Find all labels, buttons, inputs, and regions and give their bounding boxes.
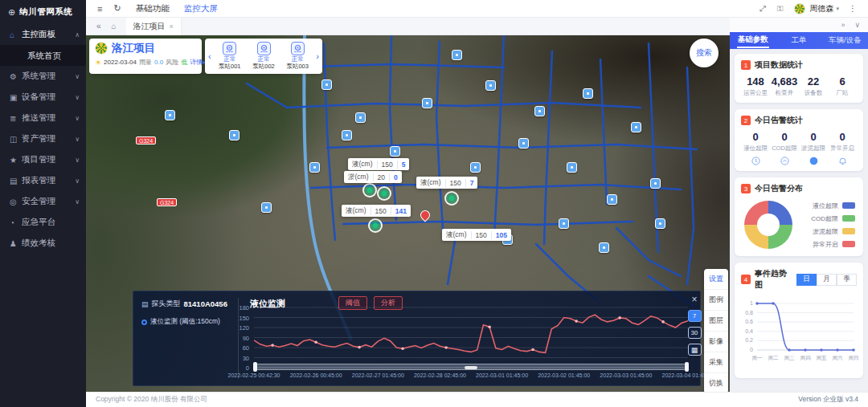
event-trend-chart: 00.20.40.60.81 周一周二周三周四周五周六周日 xyxy=(741,295,857,372)
pump-station-card[interactable]: 正常 泵站001 xyxy=(213,42,247,70)
collapse-panel-icon[interactable]: ∨ xyxy=(854,21,860,29)
manhole-marker[interactable] xyxy=(390,146,400,157)
map-tool-button[interactable]: 切换 xyxy=(704,373,728,392)
map-tool-button[interactable]: 图例 xyxy=(704,290,728,311)
pump-icon xyxy=(291,42,305,55)
calendar-icon[interactable]: ▦ xyxy=(688,344,702,356)
refresh-icon[interactable]: ↻ xyxy=(113,3,121,14)
map-tool-button[interactable]: 设置 xyxy=(704,269,728,290)
manhole-marker[interactable] xyxy=(655,218,665,229)
hamburger-icon[interactable]: ≡ xyxy=(97,4,102,14)
fullscreen-icon[interactable]: ⤢ xyxy=(760,4,766,14)
sensor-active-marker[interactable] xyxy=(377,186,391,201)
level-tooltip[interactable]: 液(cm)150141 xyxy=(342,205,411,217)
manhole-marker[interactable] xyxy=(321,79,332,90)
sensor-active-marker[interactable] xyxy=(444,191,459,206)
map-tool-button[interactable]: 影像 xyxy=(704,332,728,352)
alarm-stat-item: 0 液位超限 xyxy=(741,131,770,153)
manhole-marker[interactable] xyxy=(165,110,175,120)
period-button[interactable]: 月 xyxy=(817,274,837,286)
map-search-button[interactable]: 搜索 xyxy=(690,39,719,67)
right-panel-tab[interactable]: 车辆/设备 xyxy=(822,32,868,49)
pump-station-card[interactable]: 正常 泵站003 xyxy=(280,42,314,70)
manhole-marker[interactable] xyxy=(631,122,641,132)
manhole-marker[interactable] xyxy=(583,88,593,99)
slider-grip[interactable] xyxy=(465,366,477,369)
map-tool-button[interactable]: 采集 xyxy=(704,352,728,373)
clock-icon[interactable] xyxy=(741,157,770,165)
nav-basic-functions[interactable]: 基础功能 xyxy=(136,3,170,14)
sidebar-item-dashboard[interactable]: ⌂ 主控面板 ∧ xyxy=(0,24,86,45)
slider-handle-left[interactable] xyxy=(253,362,257,372)
map-canvas[interactable]: G324 G324 液(cm)1505 淤(cm)200 液(cm)1507 液… xyxy=(86,35,730,392)
range-30days-button[interactable]: 30 xyxy=(688,327,702,339)
close-icon[interactable]: × xyxy=(170,22,174,31)
alarm-bell-icon[interactable] xyxy=(828,157,857,165)
manhole-marker[interactable] xyxy=(607,194,617,205)
pump-icon xyxy=(223,42,236,55)
dot-icon[interactable] xyxy=(799,157,828,165)
expand-panel-icon[interactable]: » xyxy=(841,21,845,29)
tab-luojiang-project[interactable]: 洛江项目 × xyxy=(126,18,182,35)
manhole-marker[interactable] xyxy=(229,130,240,140)
sidebar-item[interactable]: ♟ 绩效考核 xyxy=(0,233,86,254)
level-tooltip[interactable]: 液(cm)150105 xyxy=(442,229,511,241)
sidebar-item[interactable]: ◔ 应急平台 xyxy=(0,212,86,233)
lock-icon[interactable]: ⚿ xyxy=(777,4,784,14)
level-monitor-radio[interactable]: 液位监测 (阈值:150cm) xyxy=(141,317,220,327)
manhole-marker[interactable] xyxy=(261,202,272,213)
sidebar-item[interactable]: ◫ 资产管理 ∨ xyxy=(0,128,86,149)
manhole-marker[interactable] xyxy=(650,178,661,189)
period-button[interactable]: 日 xyxy=(796,274,817,286)
silt-tooltip[interactable]: 淤(cm)200 xyxy=(344,171,402,183)
level-tooltip[interactable]: 液(cm)1507 xyxy=(416,177,477,189)
more-dots-icon[interactable]: ⋮ xyxy=(849,4,857,13)
nav-monitor-screen[interactable]: 监控大屏 xyxy=(184,3,218,14)
manhole-marker[interactable] xyxy=(422,98,432,108)
manhole-marker[interactable] xyxy=(342,130,352,140)
right-panel-tabs: 基础参数 工单 车辆/设备 xyxy=(730,32,868,49)
manhole-marker[interactable] xyxy=(470,162,481,173)
manhole-marker[interactable] xyxy=(567,162,577,173)
sidebar-subitem-home[interactable]: 系统首页 xyxy=(0,45,86,66)
right-panel-tab[interactable]: 工单 xyxy=(776,32,821,49)
sidebar-item[interactable]: ⚙ 系统管理 ∨ xyxy=(0,66,86,87)
home-icon[interactable]: ⌂ xyxy=(112,22,117,31)
manhole-marker[interactable] xyxy=(355,112,366,123)
chevron-left-icon[interactable]: ‹ xyxy=(207,51,213,61)
sidebar-item[interactable]: ◎ 安全管理 ∨ xyxy=(0,191,86,212)
manhole-marker[interactable] xyxy=(485,80,496,91)
sidebar-item[interactable]: ▣ 设备管理 ∨ xyxy=(0,87,86,108)
manhole-marker[interactable] xyxy=(309,162,320,173)
gauge-icon[interactable] xyxy=(770,157,799,165)
manhole-marker[interactable] xyxy=(518,138,529,149)
period-button[interactable]: 季 xyxy=(837,274,857,286)
pump-station-card[interactable]: 正常 泵站002 xyxy=(247,42,280,70)
datazoom-slider[interactable] xyxy=(254,364,688,370)
close-icon[interactable]: × xyxy=(691,294,697,305)
level-tooltip[interactable]: 液(cm)1505 xyxy=(348,158,409,170)
sensor-active-marker[interactable] xyxy=(362,183,377,197)
sidebar-item[interactable]: ▤ 报表管理 ∨ xyxy=(0,170,86,191)
manhole-marker[interactable] xyxy=(559,218,569,229)
map-tool-button[interactable]: 图层 xyxy=(704,311,728,332)
right-panel-tab[interactable]: 基础参数 xyxy=(730,32,776,49)
copyright-text: Copyright © 2020 纳川股份 有限公司 xyxy=(96,395,207,405)
detail-link[interactable]: 详情▸ xyxy=(190,58,206,67)
sensor-active-marker[interactable] xyxy=(368,218,383,233)
radio-icon xyxy=(141,319,147,325)
app-title: 纳川管网系统 xyxy=(19,6,72,18)
chevron-right-icon[interactable]: › xyxy=(314,51,321,61)
range-7days-button[interactable]: 7 xyxy=(688,310,702,322)
user-menu[interactable]: 周德森 ▾ xyxy=(794,3,839,14)
manhole-marker[interactable] xyxy=(599,242,609,253)
card-badge: 2 xyxy=(741,116,751,125)
alert-marker[interactable] xyxy=(419,209,432,222)
manhole-marker[interactable] xyxy=(534,106,545,116)
collapse-left-icon[interactable]: « xyxy=(96,22,101,31)
manhole-marker[interactable] xyxy=(452,50,462,60)
sidebar-item[interactable]: ★ 项目管理 ∨ xyxy=(0,149,86,170)
stat-item: 148 运营公里 xyxy=(741,75,770,97)
sidebar-item[interactable]: ≣ 推送管理 ∨ xyxy=(0,108,86,128)
slider-handle-right[interactable] xyxy=(685,362,689,372)
